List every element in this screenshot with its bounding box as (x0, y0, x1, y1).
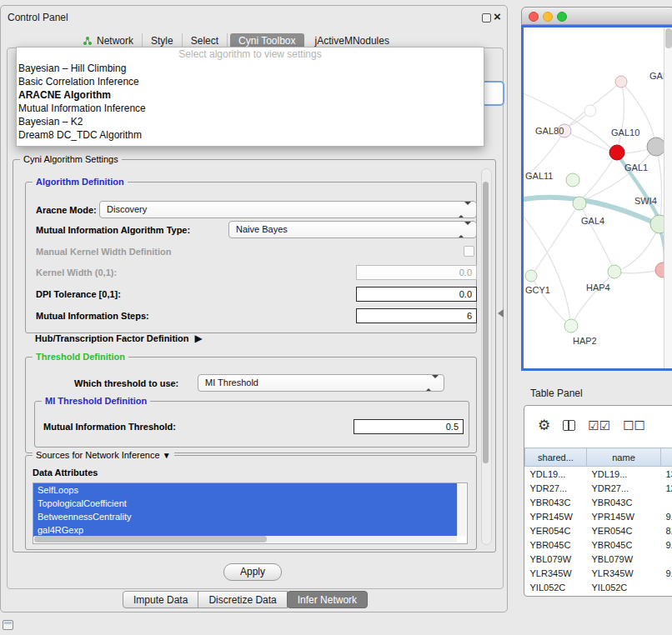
manual-kernel-checkbox (464, 246, 474, 257)
table-row[interactable]: YDR27...YDR27...12 (525, 481, 672, 495)
cell: YBL079W (587, 552, 661, 566)
dropdown-item-aracne[interactable]: ARACNE Algorithm (17, 88, 484, 102)
dpi-tolerance-field[interactable]: 0.0 (356, 287, 477, 302)
bottom-tab-discretize-data[interactable]: Discretize Data (198, 591, 287, 608)
network-vertical-scrollbar[interactable] (664, 28, 672, 368)
mi-type-select[interactable]: Naive Bayes (228, 221, 477, 238)
selected-value: MI Threshold (205, 378, 258, 388)
cell (661, 552, 672, 566)
cell: YDL19... (525, 467, 587, 482)
table-row[interactable]: YER054CYER054C8. (525, 523, 672, 538)
dropdown-placeholder: Select algorithm to view settings (17, 48, 484, 62)
select-all-icon[interactable]: ☑☑ (588, 419, 610, 432)
table-panel-window: ⚙ ☑☑ ☐☐ shared... name YDL19...YDL19...1… (524, 405, 672, 597)
node-label: GAL11 (525, 171, 553, 181)
table-row[interactable]: YIL052CYIL052C (525, 580, 672, 594)
column-header-clipped[interactable] (661, 448, 672, 467)
selected-value: Discovery (107, 204, 147, 214)
cell: 9. (661, 538, 672, 552)
chevron-right-icon: ▶ (195, 332, 203, 344)
gear-icon[interactable]: ⚙ (538, 418, 550, 432)
apply-button[interactable]: Apply (223, 563, 282, 581)
table-row[interactable]: YDL19...YDL19...13 (525, 467, 672, 482)
control-panel-window: Control Panel × Network Style Select Cyn… (0, 5, 508, 612)
network-window: GAL80 GAL10 GAL11 GAL1 SWI4 GAL4 GCY1 HA… (521, 7, 672, 371)
network-node-gcy1[interactable] (525, 270, 537, 282)
which-threshold-select[interactable]: MI Threshold (198, 374, 444, 392)
cell: 9. (661, 566, 672, 580)
list-item-selfloops[interactable]: SelfLoops (33, 483, 457, 497)
cyni-settings-group: Cyni Algorithm Settings Algorithm Defini… (13, 159, 496, 552)
group-title: Algorithm Definition (33, 177, 128, 187)
list-item-topologicalcoefficient[interactable]: TopologicalCoefficient (33, 497, 457, 510)
list-vertical-scrollbar[interactable] (457, 484, 466, 536)
sources-group: Sources for Network Inference ▼ Data Att… (25, 455, 477, 550)
cell: YIL052C (587, 580, 661, 594)
deselect-all-icon[interactable]: ☐☐ (623, 419, 645, 432)
mi-steps-field[interactable]: 6 (356, 308, 477, 323)
list-item-gal4rgexp[interactable]: gal4RGexp (33, 523, 457, 537)
algorithm-definition-group: Algorithm Definition Aracne Mode: Discov… (25, 182, 477, 333)
cell: YBL079W (525, 552, 587, 566)
cell: 12 (661, 481, 672, 495)
cell: 8. (661, 523, 672, 538)
cell: YBR045C (525, 538, 587, 552)
close-button[interactable] (529, 12, 539, 22)
network-node-gal10[interactable] (609, 145, 624, 160)
table-row[interactable]: YLR345WYLR345W9. (525, 566, 672, 580)
column-header-name[interactable]: name (587, 448, 661, 467)
settings-scrollbar[interactable] (481, 168, 492, 545)
network-icon (83, 36, 93, 46)
sources-toggle[interactable]: Sources for Network Inference ▼ (33, 450, 174, 460)
network-node[interactable] (615, 76, 627, 88)
table-header-row: shared... name (525, 448, 672, 467)
cell: YPR145W (525, 509, 587, 523)
list-horizontal-scrollbar[interactable] (34, 536, 457, 542)
dropdown-item-bayesian-hill-climbing[interactable]: Bayesian – Hill Climbing (17, 62, 484, 75)
cell (661, 495, 672, 509)
minimized-panel-icon[interactable] (3, 620, 13, 630)
dropdown-item-basic-correlation[interactable]: Basic Correlation Inference (17, 75, 484, 88)
mi-threshold-field[interactable]: 0.5 (354, 419, 464, 434)
columns-icon[interactable] (563, 420, 575, 431)
scrollbar-thumb[interactable] (665, 28, 672, 48)
aracne-mode-select[interactable]: Discovery (99, 201, 477, 218)
table-toolbar: ⚙ ☑☑ ☐☐ (524, 406, 672, 444)
table-row[interactable]: YBL079WYBL079W (525, 552, 672, 566)
network-node-gal11[interactable] (566, 173, 579, 187)
attributes-list: SelfLoops TopologicalCoefficient Between… (33, 482, 468, 544)
table-row[interactable]: YBR043CYBR043C (525, 495, 672, 509)
node-label: GAL1 (624, 162, 648, 172)
network-node-hap4[interactable] (608, 265, 621, 278)
list-item-betweennesscentrality[interactable]: BetweennessCentrality (33, 510, 457, 523)
close-icon[interactable]: × (494, 9, 501, 23)
mi-type-label: Mutual Information Algorithm Type: (36, 225, 190, 235)
network-node[interactable] (647, 138, 665, 156)
float-window-icon[interactable] (482, 13, 491, 22)
node-label: GCY1 (525, 285, 550, 295)
scrollbar-thumb[interactable] (483, 182, 489, 463)
algorithm-dropdown-popup: Select algorithm to view settings Bayesi… (16, 47, 484, 147)
hub-definition-toggle[interactable]: Hub/Transcription Factor Definition ▶ (35, 332, 203, 344)
table-row[interactable]: YPR145WYPR145W9. (525, 509, 672, 523)
scrollbar-thumb[interactable] (34, 536, 267, 542)
sources-title: Sources for Network Inference (36, 450, 160, 460)
aracne-mode-label: Aracne Mode: (36, 205, 97, 215)
dropdown-item-mutual-information[interactable]: Mutual Information Inference (17, 102, 484, 115)
hub-definition-label: Hub/Transcription Factor Definition (35, 333, 189, 343)
panel-collapse-arrow-icon[interactable] (498, 309, 504, 318)
column-header-shared-name[interactable]: shared... (525, 448, 587, 467)
dropdown-item-bayesian-k2[interactable]: Bayesian – K2 (17, 115, 484, 128)
dropdown-item-dream8[interactable]: Dream8 DC_TDC Algorithm (17, 128, 484, 142)
node-attribute-table: shared... name YDL19...YDL19...13 YDR27.… (524, 448, 672, 594)
bottom-tab-infer-network[interactable]: Infer Network (287, 591, 368, 608)
network-node-hap2[interactable] (564, 319, 578, 332)
network-node-gal4[interactable] (573, 197, 586, 210)
bottom-tab-impute-data[interactable]: Impute Data (123, 591, 198, 608)
window-titlebar[interactable] (521, 7, 672, 25)
minimize-button[interactable] (543, 12, 553, 22)
zoom-button[interactable] (557, 12, 567, 22)
table-row[interactable]: YBR045CYBR045C9. (525, 538, 672, 552)
network-node[interactable] (584, 105, 596, 117)
network-canvas[interactable]: GAL80 GAL10 GAL11 GAL1 SWI4 GAL4 GCY1 HA… (524, 28, 667, 368)
